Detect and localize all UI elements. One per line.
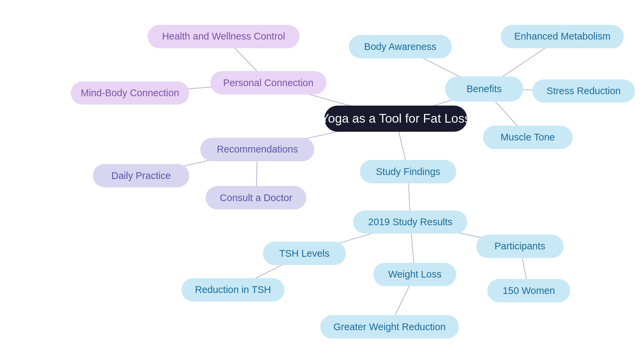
node-label-body_awareness: Body Awareness xyxy=(364,41,437,52)
node-body_awareness: Body Awareness xyxy=(349,35,452,58)
node-label-reduction_tsh: Reduction in TSH xyxy=(195,284,271,295)
node-enhanced_metabolism: Enhanced Metabolism xyxy=(501,25,624,48)
node-label-study_findings: Study Findings xyxy=(376,166,440,177)
node-label-enhanced_metabolism: Enhanced Metabolism xyxy=(514,31,610,42)
node-recommendations: Recommendations xyxy=(200,138,314,161)
node-label-benefits: Benefits xyxy=(467,83,502,95)
node-muscle_tone: Muscle Tone xyxy=(483,126,573,149)
node-label-study_results: 2019 Study Results xyxy=(368,217,452,228)
node-label-stress_reduction: Stress Reduction xyxy=(547,85,621,97)
node-label-weight_loss: Weight Loss xyxy=(388,269,441,280)
node-study_results: 2019 Study Results xyxy=(353,210,467,234)
node-women_150: 150 Women xyxy=(487,279,570,302)
node-daily_practice: Daily Practice xyxy=(93,164,189,187)
node-label-muscle_tone: Muscle Tone xyxy=(500,132,555,143)
node-personal_connection: Personal Connection xyxy=(210,71,327,95)
node-tsh_levels: TSH Levels xyxy=(263,242,346,265)
node-label-personal_connection: Personal Connection xyxy=(223,77,313,88)
node-label-recommendations: Recommendations xyxy=(217,144,298,155)
node-label-health_wellness: Health and Wellness Control xyxy=(162,31,285,42)
node-participants: Participants xyxy=(476,235,564,258)
mind-map-container: Yoga as a Tool for Fat LossPersonal Conn… xyxy=(0,0,644,363)
node-label-participants: Participants xyxy=(494,241,545,252)
node-greater_weight: Greater Weight Reduction xyxy=(320,315,459,339)
node-label-mind_body: Mind-Body Connection xyxy=(81,87,179,99)
node-reduction_tsh: Reduction in TSH xyxy=(181,278,284,302)
node-study_findings: Study Findings xyxy=(360,160,456,183)
node-label-women_150: 150 Women xyxy=(503,285,555,296)
node-label-tsh_levels: TSH Levels xyxy=(279,248,329,259)
node-label-center: Yoga as a Tool for Fat Loss xyxy=(321,112,471,126)
node-consult_doctor: Consult a Doctor xyxy=(206,186,306,209)
node-benefits: Benefits xyxy=(445,76,523,102)
node-health_wellness: Health and Wellness Control xyxy=(148,25,300,48)
node-label-daily_practice: Daily Practice xyxy=(111,170,171,181)
node-weight_loss: Weight Loss xyxy=(373,263,456,286)
node-label-greater_weight: Greater Weight Reduction xyxy=(333,321,446,332)
node-center: Yoga as a Tool for Fat Loss xyxy=(324,106,468,132)
node-label-consult_doctor: Consult a Doctor xyxy=(220,192,292,203)
node-stress_reduction: Stress Reduction xyxy=(532,79,635,103)
node-mind_body: Mind-Body Connection xyxy=(71,81,189,105)
